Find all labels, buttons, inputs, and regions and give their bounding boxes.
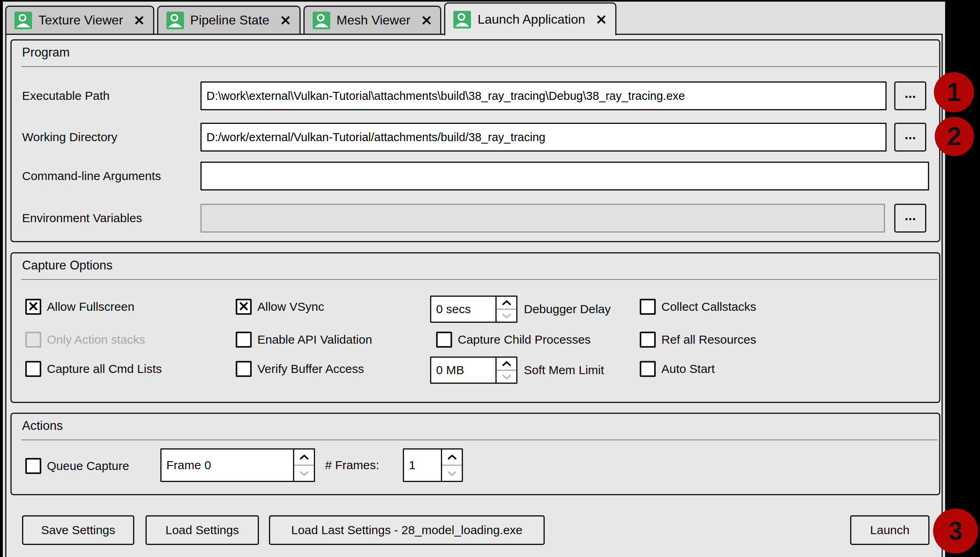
program-group: Program Executable Path ... Working Dire… — [10, 39, 940, 242]
num-frames-spinbox[interactable]: 1 — [403, 448, 463, 482]
spin-down-button[interactable] — [497, 371, 516, 383]
queue-capture-option[interactable]: Queue Capture — [25, 457, 129, 475]
enable-api-validation-checkbox[interactable] — [236, 332, 252, 348]
allow-fullscreen-option[interactable]: ✕ Allow Fullscreen — [25, 298, 134, 316]
renderdoc-window: Texture Viewer ✕ Pipeline State ✕ Mesh V… — [3, 2, 945, 557]
launch-application-panel: Program Executable Path ... Working Dire… — [5, 34, 943, 557]
allow-vsync-checkbox[interactable]: ✕ — [236, 299, 252, 315]
num-frames-label: # Frames: — [325, 456, 379, 474]
capture-all-cmd-lists-option[interactable]: Capture all Cmd Lists — [25, 360, 162, 378]
queue-capture-checkbox[interactable] — [25, 458, 41, 474]
command-line-arguments-label: Command-line Arguments — [22, 162, 161, 190]
debugger-delay-spinbox[interactable]: 0 secs — [430, 296, 517, 323]
verify-buffer-access-label: Verify Buffer Access — [257, 362, 364, 376]
program-group-title: Program — [22, 45, 70, 60]
only-action-stacks-label: Only Action stacks — [47, 333, 145, 346]
allow-fullscreen-checkbox[interactable]: ✕ — [25, 299, 41, 315]
enable-api-validation-label: Enable API Validation — [257, 333, 372, 346]
tab-bar: Texture Viewer ✕ Pipeline State ✕ Mesh V… — [3, 2, 945, 34]
spinner-buttons — [495, 297, 516, 322]
tab-texture-viewer[interactable]: Texture Viewer ✕ — [5, 6, 154, 34]
auto-start-checkbox[interactable] — [640, 361, 656, 377]
launch-button[interactable]: Launch — [850, 515, 929, 545]
annotation-circle-3: 3 — [933, 508, 978, 553]
close-tab-icon[interactable]: ✕ — [421, 14, 432, 27]
tab-label: Mesh Viewer — [337, 13, 410, 28]
only-action-stacks-checkbox — [25, 332, 41, 348]
collect-callstacks-checkbox[interactable] — [640, 299, 656, 315]
annotation-circle-1: 1 — [934, 72, 974, 112]
queue-capture-label: Queue Capture — [47, 459, 129, 473]
spin-up-button[interactable] — [294, 450, 314, 466]
working-directory-input[interactable] — [200, 123, 887, 152]
renderdoc-tab-icon — [453, 11, 471, 28]
spin-up-button[interactable] — [497, 358, 516, 371]
allow-vsync-label: Allow VSync — [257, 300, 324, 314]
allow-fullscreen-label: Allow Fullscreen — [47, 300, 134, 314]
environment-variables-label: Environment Variables — [22, 204, 142, 233]
tab-mesh-viewer[interactable]: Mesh Viewer ✕ — [303, 6, 442, 34]
actions-group: Actions Queue Capture Frame 0 # Frames: … — [10, 413, 940, 495]
environment-variables-input — [200, 204, 885, 233]
check-mark: ✕ — [28, 300, 39, 313]
soft-mem-limit-label: Soft Mem Limit — [524, 361, 604, 379]
spin-down-button[interactable] — [294, 466, 314, 481]
ref-all-resources-option[interactable]: Ref all Resources — [640, 331, 756, 348]
capture-all-cmd-lists-label: Capture all Cmd Lists — [47, 362, 162, 376]
save-settings-button[interactable]: Save Settings — [22, 515, 134, 545]
spin-down-button[interactable] — [497, 310, 516, 322]
capture-options-group-title: Capture Options — [22, 258, 113, 273]
group-separator — [21, 66, 938, 67]
actions-group-title: Actions — [22, 419, 63, 433]
environment-variables-browse-button[interactable]: ... — [894, 204, 926, 233]
working-directory-label: Working Directory — [22, 123, 117, 152]
group-separator — [21, 279, 938, 280]
spin-up-button[interactable] — [442, 450, 462, 466]
ref-all-resources-label: Ref all Resources — [661, 333, 756, 346]
close-tab-icon[interactable]: ✕ — [280, 14, 291, 27]
queue-frame-spinbox[interactable]: Frame 0 — [160, 448, 315, 482]
renderdoc-tab-icon — [14, 12, 32, 29]
working-directory-browse-button[interactable]: ... — [894, 123, 926, 152]
load-settings-button[interactable]: Load Settings — [145, 515, 259, 545]
capture-child-processes-option[interactable]: Capture Child Processes — [436, 331, 591, 348]
enable-api-validation-option[interactable]: Enable API Validation — [236, 331, 372, 348]
verify-buffer-access-checkbox[interactable] — [236, 361, 252, 377]
executable-path-browse-button[interactable]: ... — [894, 81, 926, 110]
capture-child-processes-checkbox[interactable] — [436, 332, 452, 348]
capture-all-cmd-lists-checkbox[interactable] — [25, 361, 41, 377]
annotation-circle-2: 2 — [935, 117, 974, 156]
capture-child-processes-label: Capture Child Processes — [458, 333, 591, 346]
check-mark: ✕ — [238, 300, 250, 313]
tab-label: Launch Application — [477, 12, 585, 27]
tab-label: Pipeline State — [190, 13, 269, 28]
renderdoc-tab-icon — [166, 12, 184, 29]
allow-vsync-option[interactable]: ✕ Allow VSync — [236, 298, 324, 316]
load-last-settings-button[interactable]: Load Last Settings - 28_model_loading.ex… — [269, 515, 545, 545]
soft-mem-limit-spinbox[interactable]: 0 MB — [430, 356, 517, 384]
queue-frame-value[interactable]: Frame 0 — [162, 450, 293, 481]
spinner-buttons — [495, 358, 516, 383]
close-tab-icon[interactable]: ✕ — [596, 13, 607, 26]
spinner-buttons — [441, 450, 462, 481]
auto-start-label: Auto Start — [661, 362, 715, 376]
only-action-stacks-option: Only Action stacks — [25, 331, 145, 348]
collect-callstacks-option[interactable]: Collect Callstacks — [640, 298, 756, 316]
collect-callstacks-label: Collect Callstacks — [661, 300, 756, 314]
command-line-arguments-input[interactable] — [200, 162, 929, 190]
tab-launch-application[interactable]: Launch Application ✕ — [444, 2, 616, 35]
executable-path-input[interactable] — [200, 81, 887, 110]
spin-up-button[interactable] — [497, 297, 516, 310]
close-tab-icon[interactable]: ✕ — [133, 14, 145, 27]
ref-all-resources-checkbox[interactable] — [640, 332, 656, 348]
tab-label: Texture Viewer — [38, 13, 123, 28]
verify-buffer-access-option[interactable]: Verify Buffer Access — [236, 360, 364, 378]
soft-mem-limit-value[interactable]: 0 MB — [431, 358, 495, 383]
num-frames-value[interactable]: 1 — [404, 450, 441, 481]
tab-pipeline-state[interactable]: Pipeline State ✕ — [157, 6, 301, 34]
auto-start-option[interactable]: Auto Start — [640, 360, 715, 378]
spin-down-button[interactable] — [442, 466, 462, 481]
renderdoc-tab-icon — [313, 12, 330, 29]
group-separator — [21, 440, 938, 440]
debugger-delay-value[interactable]: 0 secs — [431, 297, 495, 322]
